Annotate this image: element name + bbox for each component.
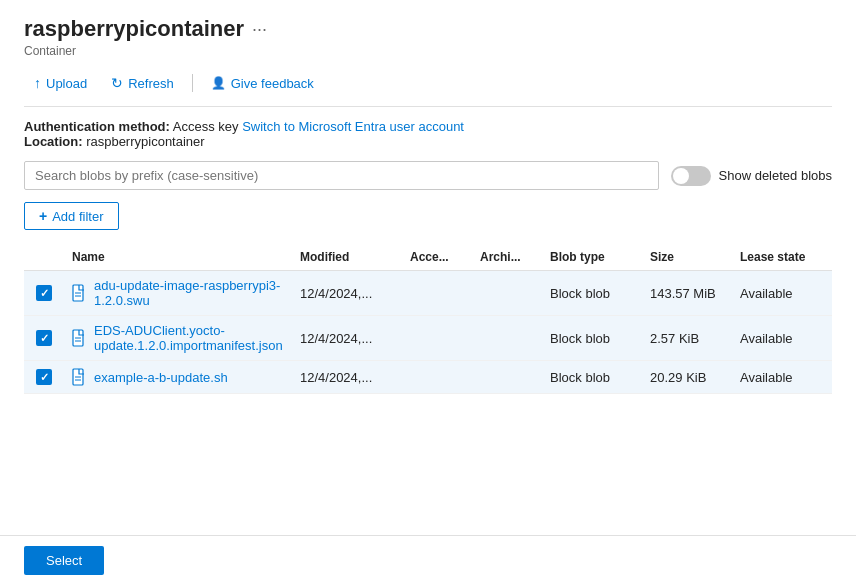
row1-modified: 12/4/2024,... [292,286,402,301]
table-row: ✓ adu-update-image-raspberrypi3-1.2.0.sw… [24,271,832,316]
feedback-icon: 👤 [211,76,226,90]
row2-leasestate: Available [732,331,832,346]
row3-checkbox-cell: ✓ [24,369,64,385]
file-icon [72,329,88,347]
show-deleted-toggle[interactable] [671,166,711,186]
col-access: Acce... [402,250,472,264]
row2-filename: EDS-ADUClient.yocto-update.1.2.0.importm… [94,323,284,353]
row1-blobtype: Block blob [542,286,642,301]
feedback-button[interactable]: 👤 Give feedback [201,71,324,96]
page-subtitle: Container [24,44,832,58]
more-options-icon[interactable]: ··· [252,19,267,40]
filter-plus-icon: + [39,208,47,224]
toggle-row: Show deleted blobs [671,166,832,186]
row3-size: 20.29 KiB [642,370,732,385]
row3-modified: 12/4/2024,... [292,370,402,385]
toolbar-divider [192,74,193,92]
row3-name[interactable]: example-a-b-update.sh [64,368,292,386]
row1-checkbox[interactable]: ✓ [36,285,52,301]
toolbar: ↑ Upload ↻ Refresh 👤 Give feedback [24,70,832,107]
auth-switch-link[interactable]: Switch to Microsoft Entra user account [242,119,464,134]
search-input[interactable] [24,161,659,190]
row2-size: 2.57 KiB [642,331,732,346]
checkmark-icon: ✓ [40,332,49,345]
row3-blobtype: Block blob [542,370,642,385]
bottom-bar: Select [0,535,856,585]
row2-name[interactable]: EDS-ADUClient.yocto-update.1.2.0.importm… [64,323,292,353]
checkmark-icon: ✓ [40,287,49,300]
upload-icon: ↑ [34,75,41,91]
table-row: ✓ example-a-b-update.sh 12/4/2024,... Bl… [24,361,832,394]
page-title: raspberrypicontainer [24,16,244,42]
auth-method-value: Access key [173,119,239,134]
refresh-icon: ↻ [111,75,123,91]
row1-filename: adu-update-image-raspberrypi3-1.2.0.swu [94,278,284,308]
header-checkbox-cell [24,250,64,264]
table-header: Name Modified Acce... Archi... Blob type… [24,244,832,271]
file-icon [72,284,88,302]
toggle-label: Show deleted blobs [719,168,832,183]
auth-method-label: Authentication method: [24,119,170,134]
row1-name[interactable]: adu-update-image-raspberrypi3-1.2.0.swu [64,278,292,308]
row2-checkbox-cell: ✓ [24,330,64,346]
auth-section: Authentication method: Access key Switch… [24,119,832,149]
row2-modified: 12/4/2024,... [292,331,402,346]
col-name: Name [64,250,292,264]
col-archive: Archi... [472,250,542,264]
table-row: ✓ EDS-ADUClient.yocto-update.1.2.0.impor… [24,316,832,361]
row1-size: 143.57 MiB [642,286,732,301]
col-modified: Modified [292,250,402,264]
row2-checkbox[interactable]: ✓ [36,330,52,346]
search-row: Show deleted blobs [24,161,832,190]
select-button[interactable]: Select [24,546,104,575]
col-leasestate: Lease state [732,250,832,264]
filter-row: + Add filter [24,202,832,230]
blob-table: Name Modified Acce... Archi... Blob type… [24,244,832,394]
location-value: raspberrypicontainer [86,134,205,149]
row2-blobtype: Block blob [542,331,642,346]
row3-filename: example-a-b-update.sh [94,370,228,385]
add-filter-button[interactable]: + Add filter [24,202,119,230]
row1-leasestate: Available [732,286,832,301]
col-blobtype: Blob type [542,250,642,264]
refresh-button[interactable]: ↻ Refresh [101,70,184,96]
row3-leasestate: Available [732,370,832,385]
col-size: Size [642,250,732,264]
checkmark-icon: ✓ [40,371,49,384]
upload-button[interactable]: ↑ Upload [24,70,97,96]
row3-checkbox[interactable]: ✓ [36,369,52,385]
file-icon [72,368,88,386]
location-label: Location: [24,134,83,149]
toggle-knob [673,168,689,184]
row1-checkbox-cell: ✓ [24,285,64,301]
